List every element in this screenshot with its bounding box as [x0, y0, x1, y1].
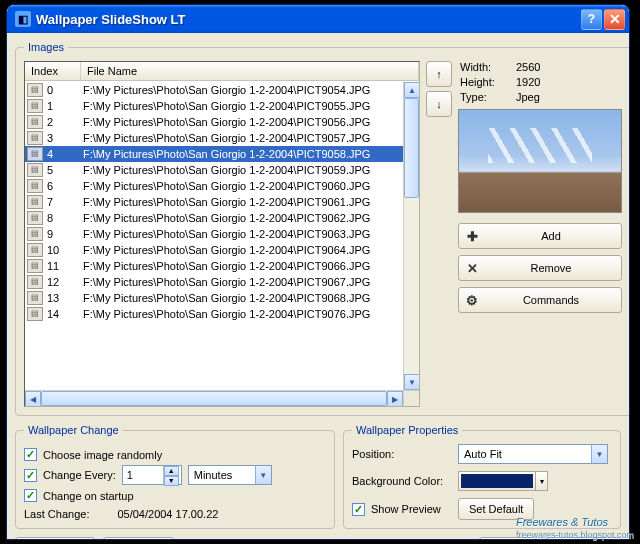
scroll-corner — [403, 390, 419, 406]
file-icon: ▤ — [27, 99, 43, 113]
table-row[interactable]: ▤8F:\My Pictures\Photo\San Giorgio 1-2-2… — [25, 210, 403, 226]
position-value: Auto Fit — [459, 448, 591, 460]
images-legend: Images — [24, 41, 68, 53]
table-row[interactable]: ▤3F:\My Pictures\Photo\San Giorgio 1-2-2… — [25, 130, 403, 146]
row-filename: F:\My Pictures\Photo\San Giorgio 1-2-200… — [81, 114, 403, 130]
file-icon: ▤ — [27, 291, 43, 305]
chevron-down-icon: ▼ — [591, 445, 607, 463]
row-index: 8 — [45, 210, 81, 226]
wallpaper-properties-group: Wallpaper Properties Position: Auto Fit … — [343, 424, 621, 529]
scroll-up-icon[interactable]: ▲ — [404, 82, 420, 98]
about-button[interactable]: ⓘ About — [103, 537, 174, 540]
interval-unit-value: Minutes — [189, 469, 255, 481]
table-row[interactable]: ▤9F:\My Pictures\Photo\San Giorgio 1-2-2… — [25, 226, 403, 242]
plus-icon: ✚ — [465, 229, 479, 244]
table-row[interactable]: ▤10F:\My Pictures\Photo\San Giorgio 1-2-… — [25, 242, 403, 258]
app-window: ◧ Wallpaper SlideShow LT ? ✕ Images Inde… — [6, 4, 630, 540]
chevron-down-icon: ▾ — [535, 472, 547, 490]
horizontal-scrollbar[interactable]: ◀ ▶ — [25, 390, 403, 406]
col-filename[interactable]: File Name — [81, 62, 419, 80]
table-row[interactable]: ▤6F:\My Pictures\Photo\San Giorgio 1-2-2… — [25, 178, 403, 194]
table-row[interactable]: ▤1F:\My Pictures\Photo\San Giorgio 1-2-2… — [25, 98, 403, 114]
vertical-scrollbar[interactable]: ▲ ▼ — [403, 82, 419, 390]
add-button[interactable]: ✚ Add — [458, 223, 622, 249]
table-row[interactable]: ▤13F:\My Pictures\Photo\San Giorgio 1-2-… — [25, 290, 403, 306]
row-index: 2 — [45, 114, 81, 130]
info-icon: ⓘ — [114, 540, 128, 541]
row-index: 0 — [45, 82, 81, 98]
props-legend: Wallpaper Properties — [352, 424, 462, 436]
change-legend: Wallpaper Change — [24, 424, 123, 436]
commands-button[interactable]: ⚙ Commands — [458, 287, 622, 313]
help-button[interactable]: ? — [581, 9, 602, 30]
interval-input[interactable] — [123, 466, 163, 484]
file-list[interactable]: Index File Name ▤0F:\My Pictures\Photo\S… — [24, 61, 420, 407]
table-row[interactable]: ▤4F:\My Pictures\Photo\San Giorgio 1-2-2… — [25, 146, 403, 162]
spin-up-icon[interactable]: ▲ — [164, 466, 179, 476]
table-row[interactable]: ▤2F:\My Pictures\Photo\San Giorgio 1-2-2… — [25, 114, 403, 130]
file-icon: ▤ — [27, 115, 43, 129]
row-index: 13 — [45, 290, 81, 306]
col-index[interactable]: Index — [25, 62, 81, 80]
file-icon: ▤ — [27, 163, 43, 177]
file-icon: ▤ — [27, 259, 43, 273]
table-row[interactable]: ▤5F:\My Pictures\Photo\San Giorgio 1-2-2… — [25, 162, 403, 178]
scroll-left-icon[interactable]: ◀ — [25, 391, 41, 407]
table-row[interactable]: ▤12F:\My Pictures\Photo\San Giorgio 1-2-… — [25, 274, 403, 290]
move-up-button[interactable]: ↑ — [426, 61, 452, 87]
width-value: 2560 — [516, 61, 626, 73]
file-icon: ▤ — [27, 211, 43, 225]
row-filename: F:\My Pictures\Photo\San Giorgio 1-2-200… — [81, 178, 403, 194]
type-label: Type: — [460, 91, 516, 103]
row-filename: F:\My Pictures\Photo\San Giorgio 1-2-200… — [81, 306, 403, 322]
bgcolor-picker[interactable]: ▾ — [458, 471, 548, 491]
spin-down-icon[interactable]: ▼ — [164, 476, 179, 486]
file-icon: ▤ — [27, 83, 43, 97]
show-preview-checkbox[interactable]: ✓ — [352, 503, 365, 516]
row-index: 10 — [45, 242, 81, 258]
row-filename: F:\My Pictures\Photo\San Giorgio 1-2-200… — [81, 274, 403, 290]
close-button[interactable]: ✕ — [604, 9, 625, 30]
scroll-thumb[interactable] — [404, 98, 419, 198]
row-index: 4 — [45, 146, 81, 162]
scroll-right-icon[interactable]: ▶ — [387, 391, 403, 407]
table-row[interactable]: ▤7F:\My Pictures\Photo\San Giorgio 1-2-2… — [25, 194, 403, 210]
last-change-label: Last Change: — [24, 508, 89, 520]
row-filename: F:\My Pictures\Photo\San Giorgio 1-2-200… — [81, 98, 403, 114]
row-index: 9 — [45, 226, 81, 242]
startup-checkbox[interactable]: ✓ — [24, 489, 37, 502]
chevron-down-icon: ▼ — [255, 466, 271, 484]
move-down-button[interactable]: ↓ — [426, 91, 452, 117]
table-row[interactable]: ▤14F:\My Pictures\Photo\San Giorgio 1-2-… — [25, 306, 403, 322]
table-row[interactable]: ▤0F:\My Pictures\Photo\San Giorgio 1-2-2… — [25, 82, 403, 98]
cancel-button[interactable]: ✖ Cancel — [545, 537, 621, 540]
height-value: 1920 — [516, 76, 626, 88]
arrow-up-icon: ↑ — [436, 68, 442, 80]
ok-button[interactable]: ✔ OK — [479, 537, 537, 540]
every-label: Change Every: — [43, 469, 116, 481]
row-filename: F:\My Pictures\Photo\San Giorgio 1-2-200… — [81, 226, 403, 242]
set-default-button[interactable]: Set Default — [458, 498, 534, 520]
width-label: Width: — [460, 61, 516, 73]
row-index: 6 — [45, 178, 81, 194]
row-index: 7 — [45, 194, 81, 210]
scroll-down-icon[interactable]: ▼ — [404, 374, 420, 390]
random-checkbox[interactable]: ✓ — [24, 448, 37, 461]
options-button[interactable]: 🔧 Options — [15, 537, 95, 540]
interval-unit-combo[interactable]: Minutes ▼ — [188, 465, 272, 485]
every-checkbox[interactable]: ✓ — [24, 469, 37, 482]
titlebar[interactable]: ◧ Wallpaper SlideShow LT ? ✕ — [7, 5, 629, 33]
interval-spinner[interactable]: ▲▼ — [122, 465, 182, 485]
position-combo[interactable]: Auto Fit ▼ — [458, 444, 608, 464]
row-filename: F:\My Pictures\Photo\San Giorgio 1-2-200… — [81, 146, 403, 162]
row-index: 1 — [45, 98, 81, 114]
random-label: Choose image randomly — [43, 449, 162, 461]
type-value: Jpeg — [516, 91, 626, 103]
hscroll-thumb[interactable] — [41, 391, 387, 406]
file-icon: ▤ — [27, 307, 43, 321]
row-filename: F:\My Pictures\Photo\San Giorgio 1-2-200… — [81, 210, 403, 226]
row-index: 5 — [45, 162, 81, 178]
row-filename: F:\My Pictures\Photo\San Giorgio 1-2-200… — [81, 194, 403, 210]
remove-button[interactable]: ✕ Remove — [458, 255, 622, 281]
table-row[interactable]: ▤11F:\My Pictures\Photo\San Giorgio 1-2-… — [25, 258, 403, 274]
